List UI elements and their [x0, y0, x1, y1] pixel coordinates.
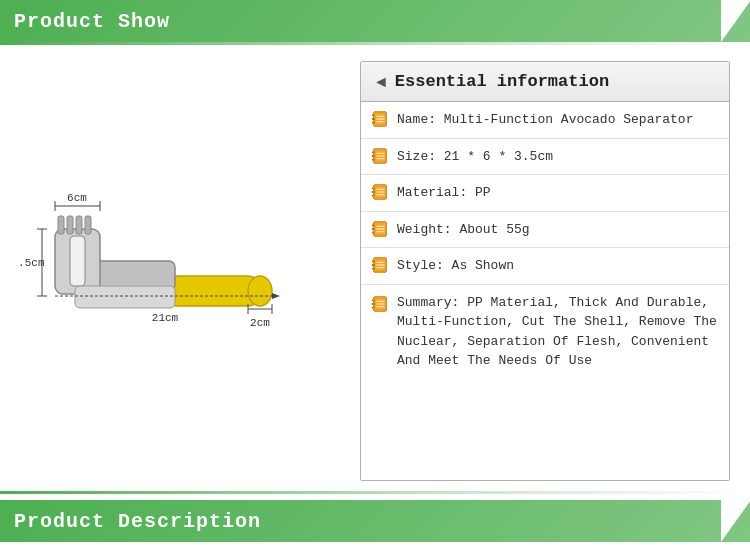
info-row-size: Size: 21 * 6 * 3.5cm: [361, 139, 729, 176]
info-text-weight: Weight: About 55g: [397, 220, 530, 240]
notebook-icon-size: [371, 147, 389, 165]
svg-rect-0: [165, 276, 260, 306]
svg-rect-49: [372, 231, 375, 233]
svg-rect-41: [372, 191, 375, 193]
svg-rect-54: [372, 261, 375, 263]
svg-rect-61: [372, 299, 375, 301]
svg-rect-33: [372, 151, 375, 153]
svg-rect-56: [372, 268, 375, 270]
info-panel-title: Essential information: [395, 72, 609, 91]
svg-rect-42: [372, 195, 375, 197]
svg-rect-6: [67, 216, 73, 234]
svg-rect-48: [372, 228, 375, 230]
arrow-left-icon: ◄: [373, 73, 389, 91]
svg-text:21cm: 21cm: [152, 312, 179, 324]
svg-rect-4: [70, 236, 85, 286]
svg-rect-8: [85, 216, 91, 234]
svg-text:3.5cm: 3.5cm: [20, 257, 45, 269]
svg-rect-47: [372, 224, 375, 226]
product-show-content: 6cm 3.5cm 21cm 2cm ◄ Essential informati…: [0, 51, 750, 491]
info-row-name: Name: Multi-Function Avocado Separator: [361, 102, 729, 139]
svg-rect-62: [372, 303, 375, 305]
svg-rect-7: [76, 216, 82, 234]
info-text-summary: Summary: PP Material, Thick And Durable,…: [397, 293, 719, 371]
info-row-summary: Summary: PP Material, Thick And Durable,…: [361, 285, 729, 379]
notebook-icon-name: [371, 110, 389, 128]
notebook-icon-material: [371, 183, 389, 201]
info-row-style: Style: As Shown: [361, 248, 729, 285]
info-panel: ◄ Essential information Name: Multi-Func…: [360, 61, 730, 481]
info-text-material: Material: PP: [397, 183, 491, 203]
svg-rect-26: [372, 115, 375, 117]
svg-rect-35: [372, 158, 375, 160]
product-desc-header: Product Description: [0, 500, 750, 542]
svg-point-1: [248, 276, 272, 306]
product-show-header: Product Show: [0, 0, 750, 42]
info-text-style: Style: As Shown: [397, 256, 514, 276]
svg-rect-5: [58, 216, 64, 234]
svg-marker-19: [272, 293, 280, 299]
info-text-name: Name: Multi-Function Avocado Separator: [397, 110, 693, 130]
info-row-weight: Weight: About 55g: [361, 212, 729, 249]
svg-rect-27: [372, 118, 375, 120]
section-divider-line: [0, 42, 750, 45]
info-rows: Name: Multi-Function Avocado Separator S…: [361, 102, 729, 379]
svg-rect-55: [372, 264, 375, 266]
info-text-size: Size: 21 * 6 * 3.5cm: [397, 147, 553, 167]
product-show-title: Product Show: [14, 10, 170, 33]
product-desc-section: Product Description: [0, 491, 750, 542]
svg-text:6cm: 6cm: [67, 192, 87, 204]
section-divider-line-bottom: [0, 491, 750, 494]
product-image-area: 6cm 3.5cm 21cm 2cm: [10, 61, 340, 481]
info-row-material: Material: PP: [361, 175, 729, 212]
svg-text:2cm: 2cm: [250, 317, 270, 329]
notebook-icon-summary: [371, 295, 389, 313]
svg-rect-63: [372, 306, 375, 308]
svg-rect-9: [75, 286, 175, 308]
product-tool-svg: 6cm 3.5cm 21cm 2cm: [20, 121, 320, 421]
info-panel-header: ◄ Essential information: [361, 62, 729, 102]
notebook-icon-weight: [371, 220, 389, 238]
notebook-icon-style: [371, 256, 389, 274]
svg-rect-28: [372, 122, 375, 124]
product-desc-title: Product Description: [14, 510, 261, 533]
svg-rect-34: [372, 155, 375, 157]
svg-rect-40: [372, 188, 375, 190]
